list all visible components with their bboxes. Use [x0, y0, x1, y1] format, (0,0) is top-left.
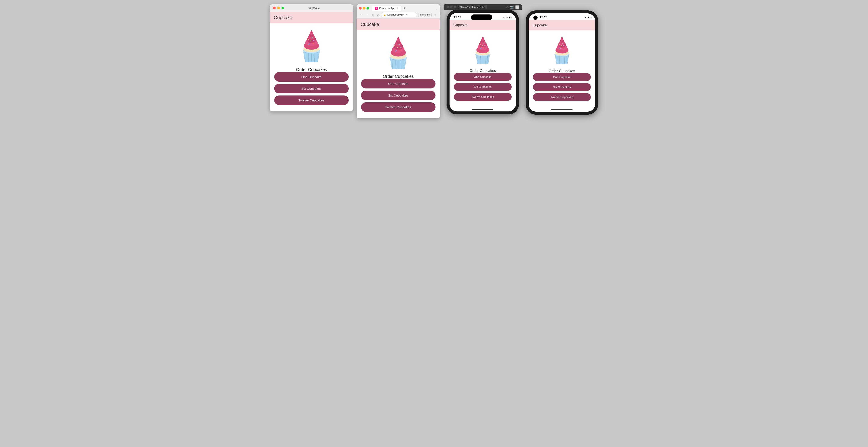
android-app-title: Cupcake — [532, 23, 547, 27]
iphone-order-label: Order Cupcakes — [469, 69, 496, 73]
iphone-six-cupcakes-button[interactable]: Six Cupcakes — [454, 83, 512, 91]
reload-button[interactable]: ↻ — [371, 12, 375, 17]
browser-tl-green[interactable] — [367, 7, 369, 9]
desktop-app-header: Cupcake — [270, 12, 353, 23]
android-cupcake-area: Order Cupcakes — [547, 35, 578, 73]
browser-tabs-bar: ⚙ Compose App ✕ + ⌄ — [357, 4, 440, 11]
iphone-twelve-cupcakes-button[interactable]: Twelve Cupcakes — [454, 93, 512, 101]
browser-addressbar: ← → ↻ ⌂ 🔒 localhost:8080 ★ Incognito ⋮ — [357, 11, 440, 19]
incognito-button[interactable]: Incognito — [418, 12, 432, 17]
svg-point-13 — [311, 30, 312, 33]
browser-app-body: Order Cupcakes One Cupcake Six Cupcakes … — [357, 30, 440, 118]
tab-label: Compose App — [379, 7, 395, 10]
browser-more-button[interactable]: ⋮ — [433, 12, 438, 17]
sim-screenshot-icon[interactable]: 📷 — [510, 5, 514, 9]
android-status-icons: ▼ ▲ ▮ — [584, 16, 592, 19]
star-icon[interactable]: ★ — [405, 13, 408, 16]
iphone-home-indicator — [450, 107, 516, 111]
sim-home-icon[interactable]: ⌂ — [506, 5, 508, 9]
browser-traffic-lights — [359, 7, 369, 9]
wifi-icon: ▲ — [506, 16, 508, 19]
android-cupcake-image — [547, 35, 578, 65]
iphone-app-body: Order Cupcakes One Cupcake Six Cupcakes … — [450, 30, 516, 107]
iphone-app-title: Cupcake — [453, 23, 468, 27]
browser-one-cupcake-button[interactable]: One Cupcake — [361, 79, 435, 89]
desktop-app-window: Cupcake Cupcake — [270, 4, 353, 111]
browser-twelve-cupcakes-button[interactable]: Twelve Cupcakes — [361, 102, 435, 112]
android-twelve-cupcakes-button[interactable]: Twelve Cupcakes — [533, 93, 591, 101]
android-simulator-container: 12:02 ▼ ▲ ▮ Cupcake — [526, 4, 598, 115]
android-buttons-area: One Cupcake Six Cupcakes Twelve Cupcakes — [533, 73, 591, 103]
android-home-indicator — [529, 107, 595, 111]
desktop-app-title: Cupcake — [274, 15, 292, 20]
sim-dot-1 — [446, 6, 449, 8]
browser-window: ⚙ Compose App ✕ + ⌄ ← → ↻ ⌂ 🔒 localhost:… — [357, 4, 440, 118]
android-app-header: Cupcake — [529, 20, 595, 30]
twelve-cupcakes-button[interactable]: Twelve Cupcakes — [274, 95, 349, 105]
android-one-cupcake-button[interactable]: One Cupcake — [533, 73, 591, 81]
window-titlebar: Cupcake — [270, 4, 353, 12]
desktop-cupcake-area: Order Cupcakes — [293, 28, 330, 72]
android-statusbar: 12:02 ▼ ▲ ▮ — [529, 13, 595, 20]
sim-dot-2 — [451, 6, 453, 8]
dynamic-island — [471, 14, 492, 20]
new-tab-button[interactable]: + — [402, 5, 407, 11]
android-home-bar — [551, 109, 572, 110]
android-six-cupcakes-button[interactable]: Six Cupcakes — [533, 83, 591, 91]
browser-buttons-area: One Cupcake Six Cupcakes Twelve Cupcakes — [361, 79, 435, 114]
iphone-status-icons: ···· ▲ ▮▮ — [502, 16, 512, 19]
browser-app-title: Cupcake — [361, 22, 379, 27]
sim-dot-3 — [454, 6, 456, 8]
iphone-time: 12:02 — [454, 16, 461, 19]
address-field[interactable]: 🔒 localhost:8080 ★ — [381, 12, 417, 17]
lock-icon: 🔒 — [383, 13, 386, 16]
iphone-screen: 12:02 ···· ▲ ▮▮ Cupcake — [450, 13, 516, 111]
android-camera — [533, 15, 537, 20]
one-cupcake-button[interactable]: One Cupcake — [274, 72, 349, 82]
cupcake-image — [293, 28, 330, 64]
android-order-label: Order Cupcakes — [549, 69, 575, 73]
iphone-one-cupcake-button[interactable]: One Cupcake — [454, 73, 512, 81]
iphone-cupcake-area: Order Cupcakes — [467, 34, 498, 73]
back-button[interactable]: ← — [359, 12, 364, 17]
desktop-buttons-area: One Cupcake Six Cupcakes Twelve Cupcakes — [274, 72, 349, 107]
home-button[interactable]: ⌂ — [376, 12, 380, 17]
home-bar — [472, 109, 493, 110]
desktop-order-label: Order Cupcakes — [296, 67, 327, 72]
desktop-app-body: Order Cupcakes One Cupcake Six Cupcakes … — [270, 23, 353, 111]
iphone-simulator-container: iPhone 15 Plus iOS 17.4 ⌂ 📷 ⬜ 12:02 ····… — [443, 4, 522, 115]
browser-menu-icon[interactable]: ⌄ — [435, 7, 438, 10]
browser-tl-red[interactable] — [359, 7, 362, 9]
iphone-cupcake-image — [467, 34, 498, 65]
sim-os: iOS 17.4 — [477, 6, 486, 8]
android-wifi-icon: ▼ — [584, 16, 587, 19]
six-cupcakes-button[interactable]: Six Cupcakes — [274, 84, 349, 93]
android-frame: 12:02 ▼ ▲ ▮ Cupcake — [526, 10, 598, 115]
forward-button[interactable]: → — [365, 12, 370, 17]
iphone-frame: 12:02 ···· ▲ ▮▮ Cupcake — [446, 10, 519, 115]
svg-point-53 — [482, 37, 483, 39]
android-screen: 12:02 ▼ ▲ ▮ Cupcake — [529, 13, 595, 111]
browser-cupcake-area: Order Cupcakes — [380, 34, 416, 79]
android-app-body: Order Cupcakes One Cupcake Six Cupcakes … — [529, 30, 595, 107]
traffic-light-red[interactable] — [273, 7, 276, 9]
browser-app-header: Cupcake — [357, 19, 440, 30]
browser-order-label: Order Cupcakes — [383, 74, 414, 79]
browser-active-tab[interactable]: ⚙ Compose App ✕ — [372, 6, 401, 11]
browser-six-cupcakes-button[interactable]: Six Cupcakes — [361, 91, 435, 100]
svg-point-33 — [397, 37, 399, 40]
iphone-buttons-area: One Cupcake Six Cupcakes Twelve Cupcakes — [454, 73, 512, 103]
sim-device-name: iPhone 15 Plus — [459, 6, 475, 8]
browser-tl-yellow[interactable] — [363, 7, 366, 9]
sim-rotate-icon[interactable]: ⬜ — [515, 5, 519, 9]
window-title: Cupcake — [279, 6, 350, 9]
browser-cupcake-image — [380, 34, 416, 71]
iphone-app-header: Cupcake — [450, 20, 516, 30]
battery-icon: ▮▮ — [509, 16, 512, 19]
iphone-status-bar: 12:02 ···· ▲ ▮▮ — [450, 13, 516, 20]
tab-close-icon[interactable]: ✕ — [396, 7, 398, 9]
address-text: localhost:8080 — [387, 13, 403, 16]
signal-icon: ···· — [502, 16, 505, 19]
svg-point-73 — [561, 37, 562, 39]
android-battery-icon: ▮ — [590, 16, 592, 19]
